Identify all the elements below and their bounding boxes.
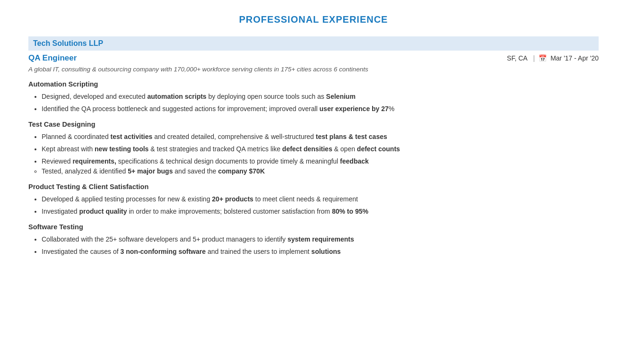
list-item: Developed & applied testing processes fo… [42, 194, 599, 204]
section-product-testing: Product Testing & Client Satisfaction De… [28, 183, 599, 217]
section-software-testing: Software Testing Collaborated with the 2… [28, 223, 599, 257]
list-item: Identified the QA process bottleneck and… [42, 104, 599, 114]
job-location: SF, CA [507, 54, 528, 62]
section-automation-scripting: Automation Scripting Designed, developed… [28, 80, 599, 114]
list-item: Investigated product quality in order to… [42, 207, 599, 217]
test-case-bullet-list: Planned & coordinated test activities an… [28, 132, 599, 176]
section-heading-product-testing: Product Testing & Client Satisfaction [28, 183, 599, 191]
company-description: A global IT, consulting & outsourcing co… [28, 66, 599, 73]
job-date-range: Mar '17 - Apr '20 [550, 54, 599, 62]
company-header: Tech Solutions LLP [28, 36, 599, 51]
section-heading-software-testing: Software Testing [28, 223, 599, 231]
section-heading-test-case: Test Case Designing [28, 121, 599, 128]
list-item: Kept abreast with new testing tools & te… [42, 144, 599, 154]
list-item: Collaborated with the 25+ software devel… [42, 234, 599, 244]
section-test-case-designing: Test Case Designing Planned & coordinate… [28, 121, 599, 176]
company-block: Tech Solutions LLP QA Engineer SF, CA | … [28, 36, 599, 257]
list-item: Planned & coordinated test activities an… [42, 132, 599, 142]
job-meta: SF, CA | 📅 Mar '17 - Apr '20 [507, 54, 599, 62]
meta-separator: | [531, 54, 535, 62]
list-item: Investigated the causes of 3 non-conform… [42, 247, 599, 257]
sub-bullet-list: Tested, analyzed & identified 5+ major b… [42, 166, 599, 176]
section-heading-automation: Automation Scripting [28, 80, 599, 88]
job-title: QA Engineer [28, 53, 77, 63]
software-testing-bullet-list: Collaborated with the 25+ software devel… [28, 234, 599, 257]
automation-bullet-list: Designed, developed and executed automat… [28, 92, 599, 114]
calendar-icon: 📅 [539, 54, 547, 62]
list-item: Designed, developed and executed automat… [42, 92, 599, 102]
list-item: Tested, analyzed & identified 5+ major b… [42, 166, 599, 176]
list-item: Reviewed requirements, specifications & … [42, 156, 599, 176]
company-name: Tech Solutions LLP [33, 39, 103, 47]
job-title-row: QA Engineer SF, CA | 📅 Mar '17 - Apr '20 [28, 53, 599, 63]
product-testing-bullet-list: Developed & applied testing processes fo… [28, 194, 599, 217]
page-title: PROFESSIONAL EXPERIENCE [28, 14, 599, 25]
